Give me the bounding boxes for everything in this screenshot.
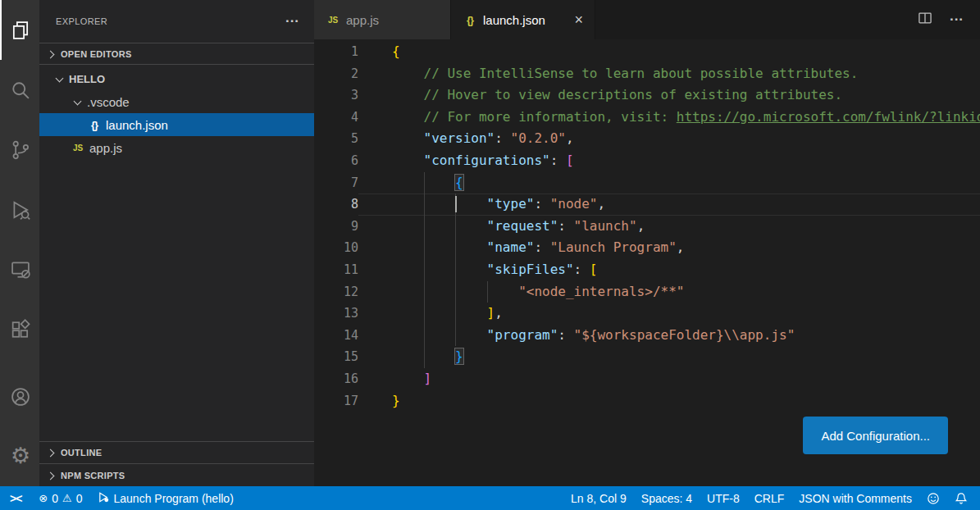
activity-item-search[interactable] (0, 60, 39, 120)
code-line-16[interactable]: 16 ] (314, 368, 980, 390)
split-editor-icon[interactable] (917, 10, 933, 30)
activity-item-accounts[interactable] (0, 367, 39, 426)
tab-bar-tabs: JSapp.js{}launch.json× (314, 0, 595, 39)
section-open-editors[interactable]: OPEN EDITORS (39, 43, 314, 65)
code-line-8[interactable]: 8 "type": "node", (314, 194, 980, 216)
line-number: 5 (314, 128, 358, 150)
code-line-14[interactable]: 14 "program": "${workspaceFolder}\\app.j… (314, 325, 980, 347)
js-file-icon: JS (326, 16, 340, 25)
activity-bar: ⚙ (0, 0, 39, 486)
activity-item-source-control[interactable] (0, 120, 39, 180)
tab-launch.json[interactable]: {}launch.json× (451, 0, 595, 39)
chevron-right-icon (44, 48, 57, 61)
indent-guide (424, 216, 425, 238)
problems-status[interactable]: ⊗ 0 ⚠ 0 (31, 486, 89, 510)
more-actions-icon[interactable]: ··· (285, 13, 299, 30)
indent-guide (424, 346, 425, 368)
activity-item-settings[interactable]: ⚙ (0, 426, 39, 486)
remote-indicator[interactable]: >< (0, 486, 31, 510)
add-configuration-button[interactable]: Add Configuration... (803, 417, 948, 454)
code-line-7[interactable]: 7 { (314, 172, 980, 194)
tree-item-app.js[interactable]: JSapp.js (39, 136, 314, 159)
status-indentation[interactable]: Spaces: 4 (634, 486, 700, 510)
tree-item-.vscode[interactable]: .vscode (39, 90, 314, 113)
tree-item-label: HELLO (69, 73, 105, 85)
warning-count: 0 (76, 492, 83, 505)
indent-guide (455, 281, 456, 303)
line-content: "type": "node", (358, 194, 980, 216)
line-content: ] (358, 368, 980, 390)
remote-explorer-icon (9, 258, 32, 281)
json-file-icon: {} (463, 14, 477, 26)
line-content: "request": "launch", (358, 216, 980, 238)
status-language-mode[interactable]: JSON with Comments (791, 486, 919, 510)
feedback-icon[interactable] (919, 486, 947, 510)
code-line-10[interactable]: 10 "name": "Launch Program", (314, 237, 980, 259)
debug-play-icon (98, 491, 110, 506)
line-content: // For more information, visit: https://… (358, 107, 980, 129)
indent-guide (424, 172, 425, 194)
tab-label: launch.json (483, 13, 545, 27)
line-content: // Use IntelliSense to learn about possi… (358, 63, 980, 85)
tree-item-label: app.js (89, 141, 122, 155)
line-content: "program": "${workspaceFolder}\\app.js" (358, 325, 980, 347)
line-number: 11 (314, 259, 358, 281)
code-line-2[interactable]: 2 // Use IntelliSense to learn about pos… (314, 63, 980, 85)
warning-icon: ⚠ (62, 492, 72, 504)
code-line-3[interactable]: 3 // Hover to view descriptions of exist… (314, 84, 980, 107)
tree-item-HELLO[interactable]: HELLO (39, 67, 314, 90)
indent-guide (455, 259, 456, 281)
status-encoding[interactable]: UTF-8 (700, 486, 747, 510)
code-line-11[interactable]: 11 "skipFiles": [ (314, 259, 980, 281)
status-cursor-position[interactable]: Ln 8, Col 9 (563, 486, 634, 510)
code-line-15[interactable]: 15 } (314, 346, 980, 368)
sidebar-explorer: EXPLORER ··· OPEN EDITORS HELLO.vscode{}… (39, 0, 314, 486)
line-number: 9 (314, 216, 358, 238)
line-number: 8 (314, 194, 358, 216)
code-line-12[interactable]: 12 "<node_internals>/**" (314, 281, 980, 303)
chevron-right-icon (44, 469, 57, 482)
line-content: // Hover to view descriptions of existin… (358, 84, 980, 107)
indent-guide (455, 325, 456, 347)
line-content: "<node_internals>/**" (358, 281, 980, 303)
indent-guide (455, 216, 456, 238)
notifications-bell-icon[interactable] (947, 486, 975, 510)
code-line-13[interactable]: 13 ], (314, 303, 980, 325)
code-editor[interactable]: 1{2 // Use IntelliSense to learn about p… (314, 39, 980, 486)
tab-label: app.js (346, 13, 379, 27)
activity-item-run-and-debug[interactable] (0, 180, 39, 239)
section-outline[interactable]: OUTLINE (39, 441, 314, 463)
code-line-17[interactable]: 17} (314, 390, 980, 412)
debug-status[interactable]: Launch Program (hello) (90, 486, 241, 510)
json-file-icon: {} (87, 119, 102, 131)
line-number: 12 (314, 281, 358, 303)
status-eol[interactable]: CRLF (747, 486, 792, 510)
code-line-1[interactable]: 1{ (314, 41, 980, 63)
indent-guide (455, 303, 456, 325)
code-line-6[interactable]: 6 "configurations": [ (314, 150, 980, 172)
code-line-5[interactable]: 5 "version": "0.2.0", (314, 128, 980, 150)
line-number: 17 (314, 390, 358, 412)
tab-app.js[interactable]: JSapp.js (314, 0, 451, 39)
line-number: 16 (314, 368, 358, 390)
line-number: 14 (314, 325, 358, 347)
line-content: } (358, 346, 980, 368)
activity-item-remote-explorer[interactable] (0, 239, 39, 299)
tree-item-launch.json[interactable]: {}launch.json (39, 113, 314, 136)
activity-item-extensions[interactable] (0, 299, 39, 359)
line-content: { (358, 41, 980, 63)
indent-guide (424, 303, 425, 325)
line-number: 1 (314, 41, 358, 63)
section-npm-scripts[interactable]: NPM SCRIPTS (39, 463, 314, 486)
code-line-9[interactable]: 9 "request": "launch", (314, 216, 980, 238)
editor-more-actions-icon[interactable]: ··· (950, 11, 964, 28)
sidebar-bottom-sections: OUTLINE NPM SCRIPTS (39, 441, 314, 486)
close-tab-icon[interactable]: × (567, 11, 583, 29)
line-number: 2 (314, 63, 358, 85)
error-icon: ⊗ (39, 492, 48, 504)
files-icon (9, 19, 32, 42)
vscode-window: ⚙ EXPLORER ··· OPEN EDITORS HELLO.vscode… (0, 0, 980, 510)
tree-item-label: launch.json (106, 118, 168, 132)
activity-item-explorer[interactable] (0, 0, 39, 60)
code-line-4[interactable]: 4 // For more information, visit: https:… (314, 107, 980, 129)
